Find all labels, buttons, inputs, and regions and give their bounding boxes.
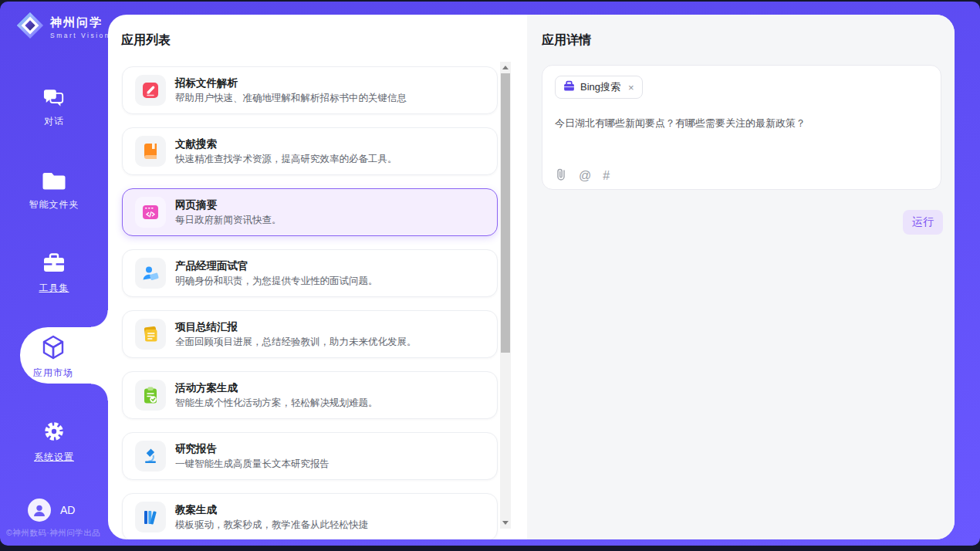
app-desc: 明确身份和职责，为您提供专业性的面试问题。: [175, 275, 378, 288]
brand-logo: 神州问学 Smart Vision: [15, 11, 110, 43]
sidebar-item-label: 系统设置: [0, 451, 108, 464]
toolbox-icon: [42, 263, 66, 276]
user-name: AD: [60, 504, 75, 516]
tool-tag-bing-search: Bing搜索 ×: [555, 76, 643, 99]
app-name: 活动方案生成: [175, 381, 238, 395]
book-icon: [135, 136, 166, 167]
attachment-icon[interactable]: [555, 167, 567, 184]
app-card-lesson-plan[interactable]: 教案生成 模板驱动，教案秒成，教学准备从此轻松快捷: [122, 493, 498, 539]
app-detail-pane: 应用详情 Bing搜索 × 今日湖北有哪些新闻要点？有哪些需要关注的最新政策？: [527, 15, 955, 539]
sidebar-item-smart-folder[interactable]: 智能文件夹: [0, 171, 108, 211]
sidebar-item-chat[interactable]: 对话: [0, 87, 108, 128]
sidebar-item-toolbox[interactable]: 工具集: [0, 253, 108, 295]
run-button[interactable]: 运行: [903, 210, 943, 235]
app-frame: 神州问学 Smart Vision 对话 智能文件夹: [0, 2, 980, 546]
mention-icon[interactable]: @: [579, 169, 591, 183]
app-name: 教案生成: [175, 503, 217, 517]
bubble-curve-top: [91, 310, 108, 327]
app-name: 研究报告: [175, 442, 217, 456]
app-name: 招标文件解析: [175, 76, 238, 90]
app-desc: 智能生成个性化活动方案，轻松解决规划难题。: [175, 397, 378, 410]
content-window: 应用列表 招标文件解析 帮助用户快速、准确地理解和解析招标书中的关键信息: [108, 15, 955, 539]
clipboard-check-icon: [135, 380, 166, 411]
briefcase-icon: [563, 80, 575, 95]
sidebar-item-label: 应用市场: [20, 367, 86, 380]
scroll-up-icon[interactable]: [502, 66, 509, 69]
folder-icon: [42, 180, 66, 193]
app-card-bid-analysis[interactable]: 招标文件解析 帮助用户快速、准确地理解和解析招标书中的关键信息: [122, 66, 498, 114]
hash-icon[interactable]: #: [603, 169, 610, 183]
app-detail-title: 应用详情: [542, 32, 591, 49]
sidebar-item-label: 对话: [0, 115, 108, 128]
books-icon: [135, 502, 166, 532]
app-name: 网页摘要: [175, 198, 217, 212]
list-scrollbar[interactable]: [500, 62, 511, 529]
microscope-icon: [135, 441, 166, 472]
close-icon[interactable]: ×: [628, 82, 634, 93]
app-name: 产品经理面试官: [175, 259, 248, 273]
app-card-research-report[interactable]: 研究报告 一键智能生成高质量长文本研究报告: [122, 432, 498, 480]
scroll-down-icon[interactable]: [502, 521, 509, 525]
diamond-logo-icon: [15, 11, 45, 43]
app-desc: 全面回顾项目进展，总结经验教训，助力未来优化发展。: [175, 336, 417, 349]
app-card-project-report[interactable]: 项目总结汇报 全面回顾项目进展，总结经验教训，助力未来优化发展。: [122, 310, 498, 358]
app-name: 项目总结汇报: [175, 320, 238, 334]
gear-icon: [42, 432, 66, 445]
app-desc: 快速精准查找学术资源，提高研究效率的必备工具。: [175, 153, 397, 166]
avatar: [28, 499, 51, 522]
sidebar-item-app-market[interactable]: 应用市场: [20, 327, 108, 384]
brand-title: 神州问学: [50, 15, 103, 29]
tool-tag-label: Bing搜索: [580, 80, 620, 94]
app-desc: 帮助用户快速、准确地理解和解析招标书中的关键信息: [175, 92, 407, 105]
app-card-web-summary[interactable]: 网页摘要 每日政府新闻资讯快查。: [122, 188, 498, 236]
app-card-literature-search[interactable]: 文献搜索 快速精准查找学术资源，提高研究效率的必备工具。: [122, 127, 498, 175]
browser-code-icon: [135, 197, 166, 228]
app-desc: 每日政府新闻资讯快查。: [175, 214, 282, 227]
pen-square-icon: [135, 75, 166, 106]
chat-icon: [43, 96, 65, 110]
prompt-input[interactable]: 今日湖北有哪些新闻要点？有哪些需要关注的最新政策？: [555, 117, 925, 130]
prompt-card: Bing搜索 × 今日湖北有哪些新闻要点？有哪些需要关注的最新政策？ @ #: [542, 65, 941, 190]
sidebar-item-settings[interactable]: 系统设置: [0, 420, 108, 464]
app-list-title: 应用列表: [121, 32, 171, 49]
user-account[interactable]: AD: [28, 499, 75, 522]
brand-subtitle: Smart Vision: [50, 32, 110, 39]
app-desc: 一键智能生成高质量长文本研究报告: [175, 458, 329, 471]
cube-icon: [39, 350, 67, 363]
app-name: 文献搜索: [175, 137, 217, 151]
bubble-curve-bottom: [91, 384, 108, 401]
copyright-text: ©神州数码·神州问学出品: [6, 528, 122, 539]
sidebar-item-label: 智能文件夹: [0, 198, 108, 211]
notes-icon: [135, 319, 166, 350]
app-desc: 模板驱动，教案秒成，教学准备从此轻松快捷: [175, 519, 368, 532]
sidebar-item-label: 工具集: [0, 282, 108, 295]
app-card-pm-interviewer[interactable]: 产品经理面试官 明确身份和职责，为您提供专业性的面试问题。: [122, 249, 498, 297]
app-card-event-plan[interactable]: 活动方案生成 智能生成个性化活动方案，轻松解决规划难题。: [122, 371, 498, 419]
scrollbar-thumb[interactable]: [501, 73, 510, 353]
interviewer-icon: [135, 258, 166, 289]
